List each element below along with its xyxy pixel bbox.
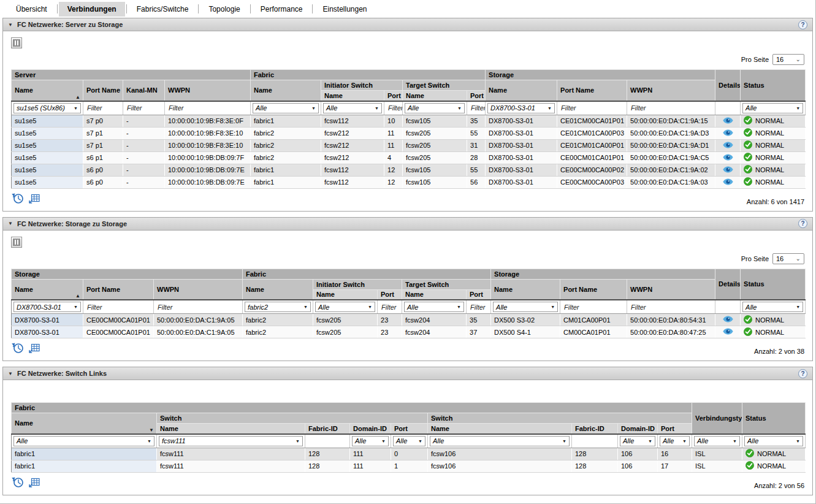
filter-input[interactable]: Filter	[85, 104, 102, 112]
history-refresh-icon[interactable]	[11, 476, 24, 489]
export-table-icon[interactable]	[28, 343, 40, 355]
filter-input[interactable]: Filter	[629, 104, 646, 112]
filter-select[interactable]: Alle▼	[742, 103, 803, 113]
column-header-name[interactable]: Name▲	[12, 80, 83, 101]
column-header-name[interactable]: Name	[486, 80, 557, 101]
column-header-fabric-id[interactable]: Fabric-ID	[572, 424, 618, 434]
details-eye-icon[interactable]	[723, 154, 733, 162]
filter-input[interactable]: Filter	[379, 304, 396, 311]
panel-header[interactable]: ▼FC Netzwerke: Switch Links?	[3, 367, 812, 380]
column-header-port[interactable]: Port	[384, 91, 403, 101]
column-header-port[interactable]: Port	[391, 424, 428, 434]
filter-select[interactable]: Alle▼	[744, 436, 803, 446]
filter-select[interactable]: Alle▼	[405, 103, 465, 113]
filter-select[interactable]: Alle▼	[13, 436, 154, 446]
column-header-name[interactable]: Name	[491, 279, 560, 300]
tab-verbindungen[interactable]: Verbindungen	[59, 2, 125, 17]
filter-select[interactable]: Alle▼	[694, 436, 740, 446]
history-refresh-icon[interactable]	[11, 342, 24, 355]
column-header-name[interactable]: Name	[157, 424, 305, 434]
column-header-port[interactable]: Port	[378, 289, 402, 300]
details-eye-icon[interactable]	[723, 178, 733, 186]
filter-input[interactable]: Filter	[469, 104, 486, 112]
filter-input[interactable]: Filter	[386, 104, 403, 112]
details-eye-icon[interactable]	[723, 328, 733, 336]
help-icon[interactable]: ?	[798, 219, 807, 228]
filter-select[interactable]: su1se5 (SUx86)▼	[13, 103, 81, 113]
filter-select[interactable]: DX8700-S3-01▼	[13, 302, 81, 312]
column-header-port-name[interactable]: Port Name	[83, 80, 123, 101]
column-header-port[interactable]: Port	[658, 424, 692, 434]
panel-header[interactable]: ▼FC Netzwerke: Server zu Storage?	[3, 18, 812, 31]
filter-input[interactable]: Filter	[167, 104, 183, 112]
filter-input[interactable]: Filter	[125, 104, 142, 112]
help-icon[interactable]: ?	[798, 20, 807, 29]
column-header-domain-id[interactable]: Domain-ID	[618, 424, 658, 434]
filter-select[interactable]: Alle▼	[493, 302, 558, 312]
filter-input[interactable]: Filter	[85, 304, 102, 311]
column-header-initiator-switch[interactable]: Initiator Switch	[321, 80, 403, 91]
pause-button[interactable]	[11, 37, 22, 48]
column-header-target-switch[interactable]: Target Switch	[402, 279, 491, 289]
column-header-port-name[interactable]: Port Name	[560, 279, 627, 300]
column-header-kanal-mn[interactable]: Kanal-MN	[123, 80, 165, 101]
history-refresh-icon[interactable]	[11, 193, 24, 205]
filter-input[interactable]: Filter	[559, 104, 576, 112]
column-header-switch[interactable]: Switch	[428, 413, 692, 424]
column-header-port[interactable]: Port	[467, 91, 486, 101]
tab-ubersicht[interactable]: Übersicht	[7, 2, 56, 17]
filter-select[interactable]: Alle▼	[323, 103, 382, 113]
tab-einstellungen[interactable]: Einstellungen	[314, 2, 375, 17]
filter-input[interactable]: Filter	[468, 304, 485, 311]
per-page-select[interactable]: 16⌄	[772, 54, 804, 65]
column-header-name[interactable]: Name▲	[12, 279, 83, 300]
export-table-icon[interactable]	[28, 478, 40, 489]
column-header-switch[interactable]: Switch	[157, 413, 428, 424]
filter-input[interactable]: Filter	[156, 304, 172, 311]
details-eye-icon[interactable]	[723, 129, 733, 137]
filter-select[interactable]: DX8700-S3-01▼	[487, 103, 555, 113]
help-icon[interactable]: ?	[798, 369, 807, 378]
filter-select[interactable]: fabric2▼	[245, 302, 311, 312]
column-header-port-name[interactable]: Port Name	[557, 80, 627, 101]
filter-select[interactable]: Alle▼	[315, 302, 375, 312]
filter-select[interactable]: fcsw111▼	[159, 436, 303, 446]
column-header-port-name[interactable]: Port Name	[83, 279, 154, 300]
filter-input[interactable]: Filter	[562, 304, 579, 311]
column-header-wwpn[interactable]: WWPN	[154, 279, 243, 300]
filter-select[interactable]: Alle▼	[620, 436, 655, 446]
column-header-name[interactable]: Name▼	[12, 413, 157, 434]
column-header-fabric-id[interactable]: Fabric-ID	[305, 424, 350, 434]
column-header-wwpn[interactable]: WWPN	[165, 80, 251, 101]
column-header-name[interactable]: Name	[402, 289, 467, 300]
column-header-name[interactable]: Name	[313, 289, 378, 300]
details-eye-icon[interactable]	[723, 117, 733, 125]
column-header-wwpn[interactable]: WWPN	[627, 80, 715, 101]
details-eye-icon[interactable]	[723, 316, 733, 324]
column-header-name[interactable]: Name	[321, 91, 384, 101]
details-eye-icon[interactable]	[723, 166, 733, 174]
column-header-domain-id[interactable]: Domain-ID	[350, 424, 391, 434]
column-header-name[interactable]: Name	[428, 424, 572, 434]
column-header-target-switch[interactable]: Target Switch	[403, 80, 486, 91]
per-page-select[interactable]: 16⌄	[772, 253, 804, 264]
tab-topologie[interactable]: Topologie	[200, 2, 248, 17]
panel-header[interactable]: ▼FC Netzwerke: Storage zu Storage?	[3, 218, 812, 231]
column-header-name[interactable]: Name	[243, 279, 313, 300]
filter-select[interactable]: Alle▼	[742, 302, 803, 312]
filter-select[interactable]: Alle▼	[404, 302, 464, 312]
filter-select[interactable]: Alle▼	[660, 436, 690, 446]
column-header-initiator-switch[interactable]: Initiator Switch	[313, 279, 402, 289]
column-header-name[interactable]: Name	[251, 80, 321, 101]
column-header-wwpn[interactable]: WWPN	[627, 279, 715, 300]
export-table-icon[interactable]	[28, 194, 40, 205]
column-header-name[interactable]: Name	[403, 91, 467, 101]
filter-select[interactable]: Alle▼	[393, 436, 425, 446]
filter-select[interactable]: Alle▼	[430, 436, 570, 446]
filter-select[interactable]: Alle▼	[253, 103, 319, 113]
pause-button[interactable]	[11, 237, 22, 248]
filter-select[interactable]: Alle▼	[352, 436, 389, 446]
details-eye-icon[interactable]	[723, 142, 733, 150]
column-header-port[interactable]: Port	[467, 289, 491, 300]
tab-performance[interactable]: Performance	[252, 2, 311, 17]
